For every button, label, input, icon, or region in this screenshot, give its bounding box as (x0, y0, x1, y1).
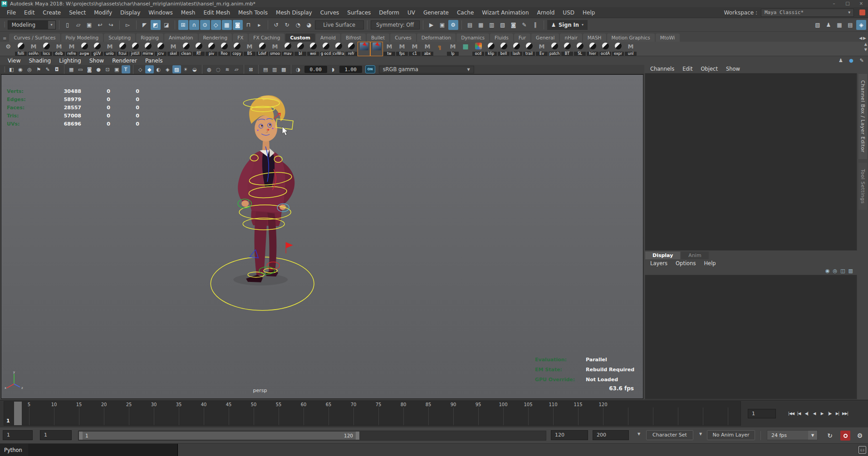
shelf-button-skel[interactable]: Mskel (167, 42, 180, 56)
notification-icon[interactable] (859, 10, 865, 15)
scroll-right-icon[interactable]: ▶ (863, 36, 866, 40)
save-scene-icon[interactable]: ▣ (84, 20, 94, 30)
highlight-selection-icon[interactable]: ▸ (255, 20, 265, 30)
shelf-tab-curves-surfaces[interactable]: Curves / Surfaces (9, 34, 60, 42)
snap-projected-center-icon[interactable]: ◇ (211, 20, 221, 30)
shelf-button-piv[interactable]: piv (205, 42, 218, 56)
shelf-button-ocd[interactable]: ocd (472, 42, 485, 56)
outliner-toggle-icon[interactable]: ▧ (813, 20, 823, 30)
outputs-from-selected-icon[interactable]: ↻ (282, 20, 292, 30)
motion-blur-icon[interactable]: ◌ (214, 65, 223, 73)
shelf-button-patch[interactable]: patch (548, 42, 561, 56)
shelf-tab-custom[interactable]: Custom (285, 34, 315, 42)
sidebar-tab-tool-settings[interactable]: Tool Settings (858, 163, 867, 210)
shelf-button-guv[interactable]: gUV (91, 42, 103, 56)
menu-mesh[interactable]: Mesh (177, 9, 200, 17)
select-hierarchy-icon[interactable]: ◤ (140, 20, 150, 30)
shelf-button-locs[interactable]: locs (40, 42, 53, 56)
exposure-field[interactable]: 0.00 (304, 66, 327, 73)
shelf-button-copy[interactable]: copy (230, 42, 243, 56)
range-end-handle[interactable] (356, 432, 359, 440)
shelf-button-fps[interactable]: Mfps (396, 42, 408, 56)
shelf-button-reo[interactable]: Reo (218, 42, 230, 56)
shelf-button-expr[interactable]: expr (612, 42, 624, 56)
step-forward-frame-button[interactable]: ▶| (834, 408, 841, 418)
current-frame-field[interactable]: 1 (748, 409, 776, 418)
playback-start-field[interactable]: 1 (40, 430, 72, 440)
shelf-tab-poly-modeling[interactable]: Poly Modeling (61, 34, 103, 42)
uv-editor-icon[interactable]: ▧ (498, 20, 508, 30)
shelf-button-refr[interactable]: refr (345, 42, 358, 56)
viewport-canvas[interactable]: Verts:3048800Edges:5897900Faces:2855700T… (1, 74, 643, 399)
color-management-toggle[interactable]: ON (365, 65, 375, 73)
menu-wizart-animation[interactable]: Wizart Animation (478, 9, 533, 17)
hud-toggle-icon[interactable]: T (122, 65, 130, 73)
shelf-tab-nhair[interactable]: nHair (560, 34, 582, 42)
drag-handle[interactable]: ┋ (2, 22, 7, 28)
shelf-button-jntui[interactable]: jntUI (129, 42, 142, 56)
menu-windows[interactable]: Windows (144, 9, 177, 17)
animation-start-field[interactable]: 1 (3, 430, 33, 440)
open-render-view-icon[interactable]: ▶ (427, 20, 436, 30)
character-controls-toggle[interactable]: ♟ (837, 58, 845, 63)
script-editor-icon[interactable]: {;} (858, 446, 866, 454)
shelf-button-cvwra[interactable]: cvWra (332, 42, 345, 56)
viewport-menu-view[interactable]: View (4, 58, 25, 64)
command-input[interactable] (28, 444, 178, 456)
shelf-button-wei[interactable]: wei (307, 42, 319, 56)
attribute-editor-toggle[interactable]: ✎ (858, 58, 866, 63)
new-empty-layer-icon[interactable]: ◫ (840, 268, 845, 274)
scroll-up-icon[interactable]: ▲ (864, 42, 867, 46)
shelf-button-grid[interactable]: ▦ (459, 42, 472, 56)
shelf-button-rt[interactable]: RT (192, 42, 205, 56)
shelf-button-c1[interactable]: Mc1 (408, 42, 421, 56)
contrast-icon[interactable]: ◗ (329, 65, 338, 73)
step-back-frame-button[interactable]: |◀ (795, 408, 802, 418)
new-scene-icon[interactable]: ▯ (63, 20, 73, 30)
menu-help[interactable]: Help (579, 9, 599, 17)
shelf-button-folli[interactable]: folli (15, 42, 27, 56)
image-plane-icon[interactable]: ◘ (53, 65, 61, 73)
shelf-tab-dynamics[interactable]: Dynamics (456, 34, 489, 42)
shelf-tab-animation[interactable]: Animation (164, 34, 198, 42)
viewport-menu-lighting[interactable]: Lighting (55, 58, 85, 64)
menu-generate[interactable]: Generate (419, 9, 453, 17)
shelf-button-unl[interactable]: Munl (624, 42, 637, 56)
layer-menu-help[interactable]: Help (700, 260, 720, 267)
range-start-handle[interactable] (79, 432, 83, 440)
open-scene-icon[interactable]: ▱ (74, 20, 83, 30)
shelf-button-ev[interactable]: MEv (535, 42, 548, 56)
menu-edit-mesh[interactable]: Edit Mesh (199, 9, 234, 17)
shelf-button-jcrv[interactable]: jcrv (154, 42, 167, 56)
camera-bookmark-icon[interactable]: ⚑ (34, 65, 43, 73)
construction-history-icon[interactable]: ◕ (304, 20, 314, 30)
symmetry-field[interactable]: Symmetry: Off (371, 20, 420, 29)
shelf-tab-deformation[interactable]: Deformation (417, 34, 456, 42)
animation-end-field[interactable]: 200 (593, 430, 629, 440)
shelf-button-trail[interactable]: trail (523, 42, 535, 56)
layer-visibility-icon[interactable]: ◉ (825, 268, 830, 274)
drag-handle[interactable]: ┋ (2, 67, 7, 73)
playback-loop-button[interactable]: ↻ (825, 431, 835, 441)
shelf-button-sl[interactable]: SL (574, 42, 586, 56)
maximize-button[interactable]: □ (841, 0, 854, 7)
menu-modify[interactable]: Modify (90, 9, 116, 17)
render-current-frame-icon[interactable]: ▣ (437, 20, 447, 30)
shelf-button-abx[interactable]: Mabx (421, 42, 434, 56)
textured-icon[interactable]: ◈ (163, 65, 172, 73)
shelf-button-ocda[interactable]: ocdA (599, 42, 612, 56)
step-back-key-button[interactable]: ◀| (803, 408, 810, 418)
character-controls-icon[interactable]: ♟ (824, 20, 834, 30)
shelf-button-bell[interactable]: bell (497, 42, 510, 56)
menu-usd[interactable]: USD (559, 9, 579, 17)
light-editor-icon[interactable]: ◙ (509, 20, 519, 30)
character-set-selector[interactable]: Character Set (646, 430, 693, 440)
render-settings-icon[interactable]: ⚙ (448, 20, 458, 30)
field-chart-icon[interactable]: ⊡ (103, 65, 112, 73)
modeling-toolkit-toggle[interactable]: ● (847, 58, 855, 63)
workspace-selector[interactable]: Maya Classic* ▼ (761, 9, 854, 17)
select-tool-icon[interactable]: ▻ (123, 20, 133, 30)
shelf-menu-icon[interactable]: ≡ (3, 36, 9, 42)
shelf-button-ldef[interactable]: Ldef (256, 42, 269, 56)
menu-curves[interactable]: Curves (316, 9, 343, 17)
